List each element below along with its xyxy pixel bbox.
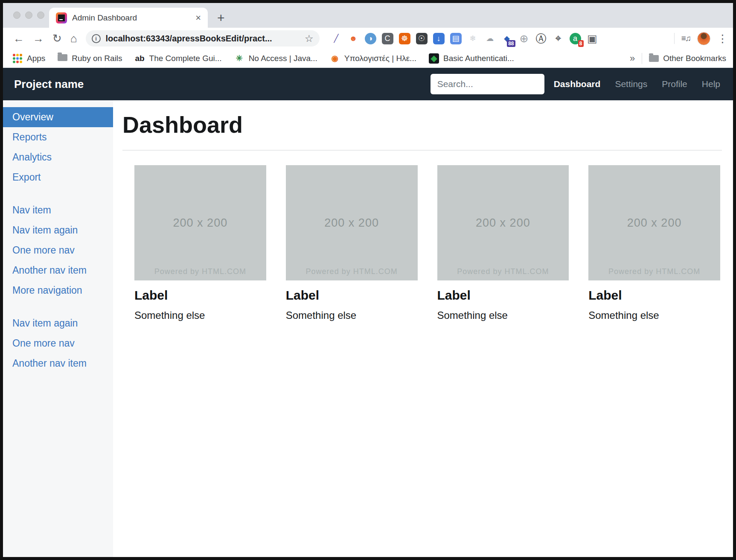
zoom-window-button[interactable] bbox=[37, 12, 44, 19]
cards-grid: 200 x 200 Powered by HTML.COM Label Some… bbox=[134, 165, 720, 321]
people-extension-icon[interactable]: ☻ bbox=[348, 33, 359, 44]
chat-bubbles-extension-icon[interactable]: ☁ bbox=[484, 33, 496, 44]
lightbulb-extension-icon[interactable]: ☉ bbox=[416, 33, 428, 44]
dashboard-card: 200 x 200 Powered by HTML.COM Label Some… bbox=[437, 165, 569, 321]
url-text[interactable]: localhost:63343/apressBooksEdit/pract... bbox=[106, 34, 300, 44]
browser-tab-strip: Admin Dashboard × + bbox=[3, 3, 733, 28]
search-input[interactable] bbox=[431, 74, 544, 94]
sidebar-item[interactable]: Reports bbox=[3, 127, 113, 147]
swirl-extension-icon[interactable]: ◑ bbox=[365, 33, 376, 44]
placeholder-watermark: Powered by HTML.COM bbox=[437, 267, 569, 276]
sidebar-item[interactable]: Another nav item bbox=[3, 353, 113, 373]
brand-title[interactable]: Project name bbox=[14, 78, 84, 91]
download-arrow-extension-icon[interactable]: ↓ bbox=[433, 33, 445, 44]
sidebar-item[interactable]: One more nav bbox=[3, 240, 113, 260]
reload-icon[interactable]: ↻ bbox=[52, 33, 62, 44]
traffic-lights bbox=[13, 12, 44, 19]
new-tab-button[interactable]: + bbox=[217, 12, 225, 24]
other-bookmarks-folder[interactable]: Other Bookmarks bbox=[649, 54, 726, 63]
eyedropper-extension-icon[interactable]: ╱ bbox=[331, 33, 342, 44]
sidebar-item[interactable]: Analytics bbox=[3, 147, 113, 167]
card-text: Something else bbox=[588, 309, 720, 321]
bookmarks-bar: Apps Ruby on Rails ab The Complete Gui..… bbox=[3, 49, 733, 68]
bookmark-the-complete-gui[interactable]: ab The Complete Gui... bbox=[135, 53, 222, 64]
kebab-menu-icon[interactable]: ⋮ bbox=[717, 32, 728, 45]
browser-toolbar: ← → ↻ ⌂ i localhost:63343/apressBooksEdi… bbox=[3, 28, 733, 49]
dimensions-extension-icon[interactable]: ⌖ bbox=[553, 33, 564, 44]
navbar-link[interactable]: Settings bbox=[615, 79, 647, 89]
extensions-area: ╱ ☻ ◑ C ☸ bbox=[331, 33, 598, 44]
bookmark-favicon-icon: ◉ bbox=[330, 53, 340, 64]
bookmark-ruby-on-rails[interactable]: Ruby on Rails bbox=[58, 54, 122, 63]
placeholder-size-text: 200 x 200 bbox=[476, 216, 530, 230]
placeholder-image: 200 x 200 Powered by HTML.COM bbox=[286, 165, 418, 280]
back-icon[interactable]: ← bbox=[13, 33, 24, 44]
sidebar-item[interactable]: Another nav item bbox=[3, 260, 113, 280]
folder-icon bbox=[58, 54, 67, 61]
bookmarks-divider bbox=[642, 53, 642, 64]
title-divider bbox=[122, 150, 722, 151]
card-label: Label bbox=[437, 288, 569, 303]
snowflake-extension-icon[interactable]: ❄ bbox=[467, 33, 479, 44]
placeholder-watermark: Powered by HTML.COM bbox=[134, 267, 266, 276]
toolbar-divider bbox=[674, 33, 675, 44]
tab-title: Admin Dashboard bbox=[72, 13, 190, 23]
profile-avatar[interactable] bbox=[697, 32, 710, 45]
navbar-link[interactable]: Dashboard bbox=[554, 79, 601, 89]
sidebar: Overview Reports Analytics Export Nav it… bbox=[3, 100, 113, 557]
sidebar-item[interactable]: Nav item again bbox=[3, 220, 113, 240]
circled-a-extension-icon[interactable]: Ⓐ bbox=[535, 33, 547, 44]
navbar-link[interactable]: Profile bbox=[662, 79, 687, 89]
bookmark-favicon-icon: ✳ bbox=[234, 53, 244, 64]
a-green-extension-icon[interactable]: a 8 bbox=[570, 33, 581, 44]
card-text: Something else bbox=[134, 309, 266, 321]
placeholder-size-text: 200 x 200 bbox=[324, 216, 379, 230]
placeholder-watermark: Powered by HTML.COM bbox=[286, 267, 418, 276]
bookmarks-right-cluster: » Other Bookmarks bbox=[630, 53, 726, 64]
playlist-icon[interactable]: ≡♫ bbox=[681, 34, 690, 43]
forward-icon[interactable]: → bbox=[33, 33, 44, 44]
toolbar-right-cluster: ≡♫ ⋮ bbox=[674, 32, 728, 45]
globe-device-extension-icon[interactable]: ⊕ bbox=[518, 33, 530, 44]
card-label: Label bbox=[134, 288, 266, 303]
sidebar-item[interactable]: Export bbox=[3, 167, 113, 187]
card-label: Label bbox=[588, 288, 720, 303]
page-info-icon[interactable]: i bbox=[92, 34, 101, 43]
gear-extension-icon[interactable]: ☸ bbox=[399, 33, 410, 44]
bookmark-ypologistes[interactable]: ◉ Υπολογιστές | Ηλε... bbox=[330, 53, 416, 64]
address-bar[interactable]: i localhost:63343/apressBooksEdit/pract.… bbox=[86, 30, 320, 47]
c-extension-icon[interactable]: C bbox=[382, 33, 393, 44]
graduation-cap-extension-icon[interactable]: ◆ 88 bbox=[501, 33, 513, 44]
sidebar-item[interactable]: More navigation bbox=[3, 280, 113, 300]
sidebar-item[interactable]: Nav item again bbox=[3, 313, 113, 333]
screenshot-extension-icon[interactable]: ▣ bbox=[587, 33, 598, 44]
sidebar-item[interactable]: Nav item bbox=[3, 200, 113, 220]
main-content: Dashboard 200 x 200 Powered by HTML.COM … bbox=[113, 100, 733, 557]
browser-tab[interactable]: Admin Dashboard × bbox=[49, 8, 208, 28]
bookmark-favicon-icon: ab bbox=[135, 53, 145, 64]
minimize-window-button[interactable] bbox=[25, 12, 32, 19]
site-navbar: Project name Dashboard Settings Profile … bbox=[3, 68, 733, 100]
card-label: Label bbox=[286, 288, 418, 303]
navbar-links: Dashboard Settings Profile Help bbox=[554, 79, 720, 89]
placeholder-watermark: Powered by HTML.COM bbox=[588, 267, 720, 276]
placeholder-image: 200 x 200 Powered by HTML.COM bbox=[588, 165, 720, 280]
close-window-button[interactable] bbox=[13, 12, 20, 19]
bookmark-no-access-java[interactable]: ✳ No Access | Java... bbox=[234, 53, 317, 64]
extension-badge: 88 bbox=[507, 40, 515, 47]
home-icon[interactable]: ⌂ bbox=[70, 33, 77, 44]
tab-close-icon[interactable]: × bbox=[195, 12, 201, 23]
apps-shortcut[interactable]: Apps bbox=[12, 53, 45, 64]
placeholder-size-text: 200 x 200 bbox=[627, 216, 682, 230]
page-title: Dashboard bbox=[122, 111, 722, 138]
navbar-link[interactable]: Help bbox=[702, 79, 720, 89]
site-favicon-icon bbox=[56, 12, 67, 23]
image-folder-extension-icon[interactable]: ▤ bbox=[450, 33, 462, 44]
overflow-chevron-icon[interactable]: » bbox=[630, 53, 635, 64]
bookmark-basic-auth[interactable]: ◆ Basic Authenticati... bbox=[429, 53, 514, 64]
folder-icon bbox=[649, 55, 659, 62]
sidebar-item[interactable]: One more nav bbox=[3, 333, 113, 353]
bookmark-star-icon[interactable]: ☆ bbox=[305, 33, 314, 44]
bookmark-favicon-icon: ◆ bbox=[429, 53, 439, 64]
sidebar-item[interactable]: Overview bbox=[3, 107, 113, 127]
